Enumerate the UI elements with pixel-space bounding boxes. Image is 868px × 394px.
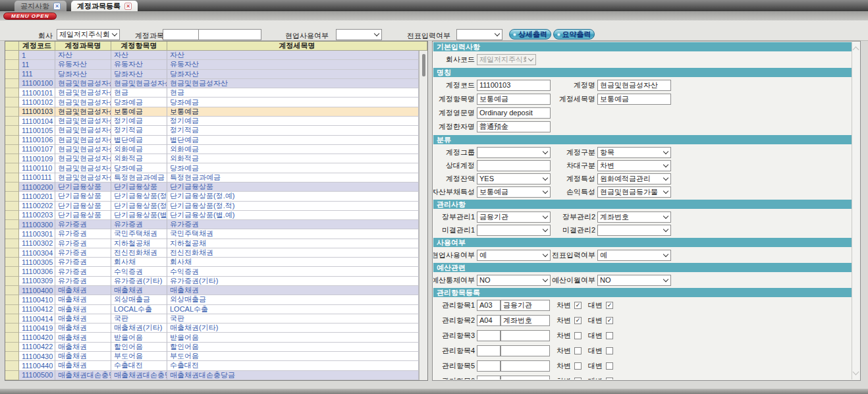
budget-carryover-select[interactable]: NO <box>597 275 671 286</box>
pending-mgmt1-select[interactable] <box>477 225 551 236</box>
account-code-cell[interactable]: 11100106 <box>19 136 55 145</box>
row-selector-cell[interactable] <box>5 70 19 79</box>
account-group-cell[interactable]: 매출채권 <box>55 305 111 314</box>
account-code-cell[interactable]: 11100201 <box>19 192 55 201</box>
asset-trait-select[interactable]: 보통예금 <box>477 186 551 198</box>
tab-account-registration[interactable]: 계정과목등록 ✕ <box>71 1 138 11</box>
row-selector-cell[interactable] <box>5 343 19 352</box>
budget-control-select[interactable]: NO <box>477 275 551 286</box>
account-code-cell[interactable]: 11100302 <box>19 239 55 248</box>
account-group-cell[interactable]: 자산 <box>55 51 111 60</box>
account-group-cell[interactable]: 유가증권 <box>55 277 111 286</box>
account-code-cell[interactable]: 11100305 <box>19 258 55 267</box>
table-row[interactable]: 11100201단기금융상품단기금융상품(정.예)단기금융상품(정.예) <box>5 192 419 201</box>
account-code-cell[interactable]: 11100410 <box>19 295 55 304</box>
account-item-cell[interactable]: 부도어음 <box>111 352 167 361</box>
account-code-cell[interactable]: 11100430 <box>19 352 55 361</box>
mgmt-item-code-input[interactable]: A03 <box>477 300 501 311</box>
table-row[interactable]: 11100109현금및현금성자산외화적금외화적금 <box>5 154 419 163</box>
account-code-cell[interactable]: 111 <box>19 70 55 79</box>
account-detail-cell[interactable]: 매출채권(기타) <box>167 324 419 333</box>
row-selector-cell[interactable] <box>5 154 19 163</box>
account-item-cell[interactable]: 유가증권 <box>111 220 167 229</box>
debit-checkbox[interactable] <box>574 362 582 370</box>
row-selector-cell[interactable] <box>5 136 19 145</box>
account-group-cell[interactable]: 단기금융상품 <box>55 211 111 220</box>
account-code-cell[interactable]: 11100300 <box>19 220 55 229</box>
slip-entry-select[interactable] <box>456 29 502 40</box>
mgmt-item-name-input[interactable]: 계좌번호 <box>501 315 550 326</box>
row-selector-cell[interactable] <box>5 220 19 229</box>
row-selector-cell[interactable] <box>5 98 19 107</box>
table-row[interactable]: 11100105현금및현금성자산정기적금정기적금 <box>5 126 419 135</box>
account-group-cell[interactable]: 현금및현금성자산 <box>55 88 111 98</box>
account-item-cell[interactable]: 유동자산 <box>111 60 167 69</box>
account-detail-cell[interactable]: 지하철공채 <box>167 239 419 248</box>
account-group-cell[interactable]: 유가증권 <box>55 248 111 258</box>
account-group-cell[interactable]: 현금및현금성자산 <box>55 117 111 126</box>
account-detail-cell[interactable]: 국판 <box>167 314 419 324</box>
account-item-cell[interactable]: 외상매출금 <box>111 295 167 304</box>
row-selector-cell[interactable] <box>5 314 19 324</box>
account-item-input[interactable]: 보통예금 <box>477 94 551 105</box>
row-selector-cell[interactable] <box>5 173 19 183</box>
account-detail-input[interactable]: 보통예금 <box>597 94 671 105</box>
account-group-cell[interactable]: 현금및현금성자산 <box>55 173 111 183</box>
menu-open-button[interactable]: MENU OPEN <box>3 13 57 20</box>
account-detail-cell[interactable]: 수출대전 <box>167 361 419 370</box>
field-use-detail-select[interactable]: 예 <box>477 250 551 261</box>
account-group-cell[interactable]: 유가증권 <box>55 258 111 267</box>
account-item-cell[interactable]: 당좌자산 <box>111 70 167 79</box>
book-mgmt1-select[interactable]: 금융기관 <box>477 211 551 223</box>
account-code-search-input[interactable] <box>163 29 199 40</box>
row-selector-cell[interactable] <box>5 305 19 314</box>
row-selector-cell[interactable] <box>5 126 19 135</box>
account-code-cell[interactable]: 11100304 <box>19 248 55 258</box>
account-code-cell[interactable]: 11100101 <box>19 88 55 98</box>
scroll-down-icon[interactable] <box>853 369 859 376</box>
table-row[interactable]: 11100200단기금융상품단기금융상품단기금융상품 <box>5 183 419 192</box>
slip-entry-detail-select[interactable]: 예 <box>597 250 671 261</box>
account-item-cell[interactable]: 국민주택채권 <box>111 229 167 239</box>
account-code-cell[interactable]: 11100412 <box>19 305 55 314</box>
account-code-cell[interactable]: 11100309 <box>19 277 55 286</box>
account-group-cell[interactable]: 현금및현금성자산 <box>55 98 111 107</box>
table-row[interactable]: 11100419매출채권매출채권(기타)매출채권(기타) <box>5 324 419 333</box>
table-row[interactable]: 11100300유가증권유가증권유가증권 <box>5 220 419 229</box>
account-code-cell[interactable]: 11100202 <box>19 202 55 211</box>
account-group-cell[interactable]: 당좌자산 <box>55 70 111 79</box>
contra-account-input[interactable] <box>477 160 551 171</box>
grid-header-group[interactable]: 계정과목명 <box>55 42 111 51</box>
account-group-cell[interactable]: 매출채권 <box>55 361 111 370</box>
account-group-cell[interactable]: 매출채권 <box>55 324 111 333</box>
row-selector-cell[interactable] <box>5 267 19 276</box>
account-item-cell[interactable]: 현금 <box>111 88 167 98</box>
account-code-cell[interactable]: 11100419 <box>19 324 55 333</box>
mgmt-item-code-input[interactable]: A04 <box>477 315 501 326</box>
account-item-cell[interactable]: 받을어음 <box>111 333 167 342</box>
account-detail-cell[interactable]: 보통예금 <box>167 107 419 117</box>
account-item-cell[interactable]: 자산 <box>111 51 167 60</box>
account-group-cell[interactable]: 현금및현금성자산 <box>55 154 111 163</box>
table-row[interactable]: 11100414매출채권국판국판 <box>5 314 419 324</box>
account-group-cell[interactable]: 매출채권 <box>55 343 111 352</box>
account-detail-cell[interactable]: 특정현금과예금 <box>167 173 419 183</box>
row-selector-cell[interactable] <box>5 361 19 370</box>
company-code-select[interactable]: 제일저지주식회사 <box>477 54 536 65</box>
account-code-cell[interactable]: 11100110 <box>19 163 55 173</box>
table-row[interactable]: 11100111현금및현금성자산특정현금과예금특정현금과예금 <box>5 173 419 183</box>
account-code-cell[interactable]: 11100104 <box>19 117 55 126</box>
row-selector-cell[interactable] <box>5 192 19 201</box>
account-item-cell[interactable]: 특정현금과예금 <box>111 173 167 183</box>
table-row[interactable]: 11100422매출채권할인어음할인어음 <box>5 343 419 352</box>
row-selector-cell[interactable] <box>5 333 19 342</box>
row-selector-cell[interactable] <box>5 211 19 220</box>
account-detail-cell[interactable]: 할인어음 <box>167 343 419 352</box>
table-row[interactable]: 11100305유가증권회사채회사채 <box>5 258 419 267</box>
row-selector-cell[interactable] <box>5 51 19 60</box>
account-group-cell[interactable]: 현금및현금성자산 <box>55 79 111 88</box>
row-selector-cell[interactable] <box>5 163 19 173</box>
account-code-cell[interactable]: 11100414 <box>19 314 55 324</box>
account-item-cell[interactable]: 정기적금 <box>111 126 167 135</box>
account-detail-cell[interactable]: 정기적금 <box>167 126 419 135</box>
